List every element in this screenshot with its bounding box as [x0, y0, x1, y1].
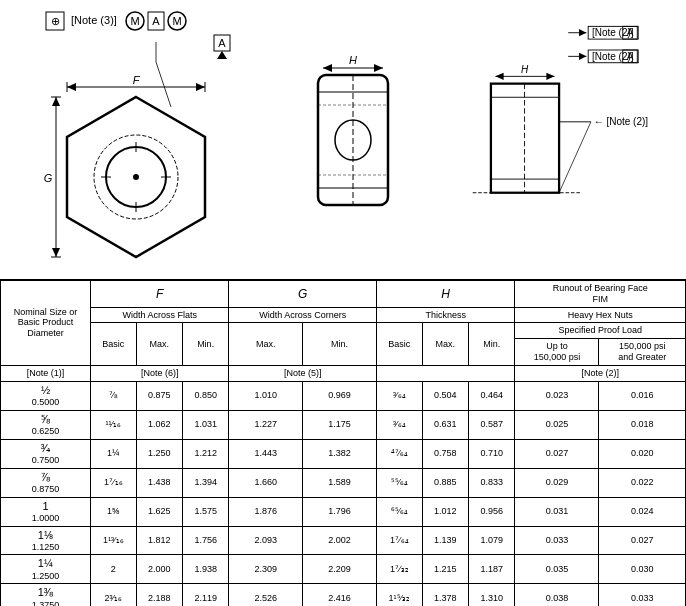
f-basic-cell: 2	[91, 555, 137, 584]
runout-up-cell: 0.038	[515, 584, 599, 606]
header-min-g: Min.	[303, 323, 377, 365]
h-max-cell: 0.631	[422, 410, 468, 439]
f-max-cell: 1.062	[136, 410, 182, 439]
h-max-cell: 1.012	[422, 497, 468, 526]
f-basic-cell: 1¹³⁄₁₆	[91, 526, 137, 555]
svg-text:F: F	[133, 74, 141, 86]
header-max-h: Max.	[422, 323, 468, 365]
g-min-cell: 1.382	[303, 439, 377, 468]
f-min-cell: 1.394	[182, 468, 228, 497]
h-basic-cell: 1¹⁵⁄₃₂	[377, 584, 423, 606]
runout-above-cell: 0.033	[599, 584, 686, 606]
h-basic-cell: ³⁄₆₄	[377, 381, 423, 410]
runout-up-cell: 0.027	[515, 439, 599, 468]
runout-above-cell: 0.027	[599, 526, 686, 555]
table-row: 1¼1.250022.0001.9382.3092.2091⁷⁄₃₂1.2151…	[1, 555, 686, 584]
header-up-150k: Up to150,000 psi	[515, 339, 599, 366]
f-basic-cell: 1¼	[91, 439, 137, 468]
header-basic: Basic	[91, 323, 137, 365]
nominal-cell: ⁷⁄₈0.8750	[1, 468, 91, 497]
f-basic-cell: 1⁷⁄₁₆	[91, 468, 137, 497]
header-above-150k: 150,000 psiand Greater	[599, 339, 686, 366]
g-min-cell: 0.969	[303, 381, 377, 410]
svg-text:A: A	[627, 26, 634, 37]
h-max-cell: 0.504	[422, 381, 468, 410]
runout-above-cell: 0.016	[599, 381, 686, 410]
nominal-cell: 1¼1.2500	[1, 555, 91, 584]
h-min-cell: 1.310	[468, 584, 514, 606]
table-row: 1⅛1.12501¹³⁄₁₆1.8121.7562.0932.0021⁷⁄₆₄1…	[1, 526, 686, 555]
f-min-cell: 1.575	[182, 497, 228, 526]
runout-up-cell: 0.025	[515, 410, 599, 439]
header-thickness: Thickness	[377, 307, 515, 323]
f-min-cell: 2.119	[182, 584, 228, 606]
header-min-f: Min.	[182, 323, 228, 365]
f-max-cell: 1.625	[136, 497, 182, 526]
g-max-cell: 1.876	[229, 497, 303, 526]
g-max-cell: 1.227	[229, 410, 303, 439]
table-row: ⁵⁄₈0.6250¹¹⁄₁₆1.0621.0311.2271.175³⁄₆₄0.…	[1, 410, 686, 439]
runout-up-cell: 0.035	[515, 555, 599, 584]
header-min-h: Min.	[468, 323, 514, 365]
header-heavy-hex: Heavy Hex Nuts	[515, 307, 686, 323]
h-min-cell: 0.710	[468, 439, 514, 468]
g-min-cell: 1.589	[303, 468, 377, 497]
hex-nut-front-view: H	[288, 20, 418, 260]
runout-above-cell: 0.030	[599, 555, 686, 584]
data-table-section: Nominal Size orBasic ProductDiameter F G…	[0, 280, 686, 606]
nominal-cell: 11.0000	[1, 497, 91, 526]
h-max-cell: 1.139	[422, 526, 468, 555]
h-min-cell: 1.187	[468, 555, 514, 584]
header-F: F	[91, 281, 229, 308]
nominal-cell: 1³⁄₈1.3750	[1, 584, 91, 606]
svg-text:M: M	[130, 15, 139, 27]
f-min-cell: 1.031	[182, 410, 228, 439]
f-max-cell: 1.438	[136, 468, 182, 497]
h-max-cell: 0.885	[422, 468, 468, 497]
header-width-flats: Width Across Flats	[91, 307, 229, 323]
h-max-cell: 1.215	[422, 555, 468, 584]
note6-cell: [Note (6)]	[91, 365, 229, 381]
hex-nut-top-view: ⊕ [Note (3)] M A M A	[36, 10, 256, 270]
runout-up-cell: 0.023	[515, 381, 599, 410]
nominal-cell: ½0.5000	[1, 381, 91, 410]
h-basic-cell: ³⁄₆₄	[377, 410, 423, 439]
runout-above-cell: 0.022	[599, 468, 686, 497]
h-min-cell: 0.587	[468, 410, 514, 439]
svg-marker-23	[67, 83, 76, 91]
runout-above-cell: 0.018	[599, 410, 686, 439]
f-min-cell: 1.756	[182, 526, 228, 555]
note2-cell: [Note (2)]	[515, 365, 686, 381]
svg-text:M: M	[172, 15, 181, 27]
f-basic-cell: 2³⁄₁₆	[91, 584, 137, 606]
note5-cell: [Note (5)]	[229, 365, 377, 381]
svg-text:⊕: ⊕	[51, 15, 60, 27]
h-max-cell: 0.758	[422, 439, 468, 468]
h-basic-cell: ⁵⁵⁄₆₄	[377, 468, 423, 497]
svg-marker-52	[579, 52, 586, 59]
h-min-cell: 1.079	[468, 526, 514, 555]
note1-cell: [Note (1)]	[1, 365, 91, 381]
header-max-g: Max.	[229, 323, 303, 365]
f-max-cell: 2.000	[136, 555, 182, 584]
svg-text:← [Note (2)]: ← [Note (2)]	[594, 115, 649, 126]
svg-marker-24	[196, 83, 205, 91]
h-basic-cell: ⁴⁷⁄₆₄	[377, 439, 423, 468]
runout-up-cell: 0.031	[515, 497, 599, 526]
table-row: ⁷⁄₈0.87501⁷⁄₁₆1.4381.3941.6601.589⁵⁵⁄₆₄0…	[1, 468, 686, 497]
hex-nut-side-view: [Note (2)] A [Note (2)] A ← [Note (2)] H	[450, 20, 650, 260]
header-runout: Runout of Bearing FaceFIM	[515, 281, 686, 308]
runout-up-cell: 0.029	[515, 468, 599, 497]
svg-line-68	[559, 121, 591, 192]
svg-text:A: A	[627, 50, 634, 61]
g-max-cell: 2.093	[229, 526, 303, 555]
g-min-cell: 2.209	[303, 555, 377, 584]
note-blank	[377, 365, 515, 381]
header-specified-proof: Specified Proof Load	[515, 323, 686, 339]
g-max-cell: 1.010	[229, 381, 303, 410]
f-max-cell: 1.812	[136, 526, 182, 555]
svg-text:[Note (3)]: [Note (3)]	[71, 14, 117, 26]
g-max-cell: 2.526	[229, 584, 303, 606]
svg-marker-60	[495, 72, 503, 79]
h-basic-cell: 1⁷⁄₆₄	[377, 526, 423, 555]
